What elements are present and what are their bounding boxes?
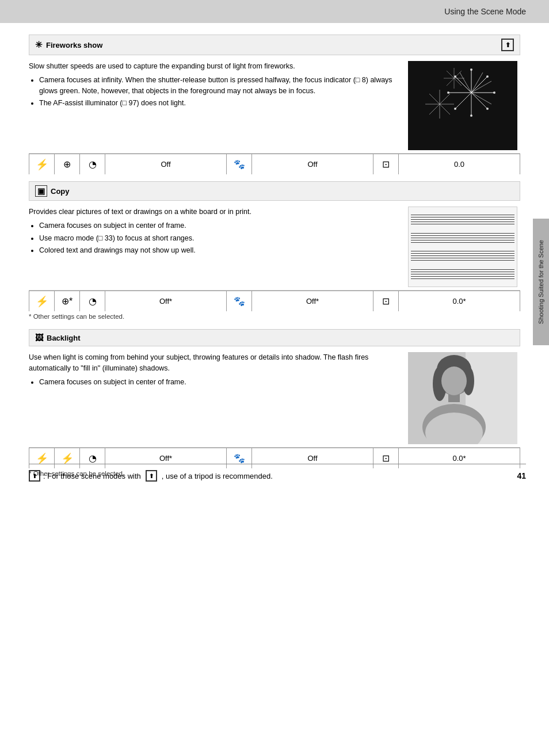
copy-bullet-2: Use macro mode (□ 33) to focus at short …: [39, 233, 399, 244]
copy-setting-off1: Off*: [105, 291, 227, 311]
fireworks-title: Fireworks show: [46, 41, 102, 49]
footer-note-text2: , use of a tripod is recommended.: [162, 472, 273, 480]
copy-image: [405, 207, 520, 287]
fireworks-icon: ✳: [35, 40, 43, 50]
backlight-header: 🖼 Backlight: [29, 329, 520, 346]
tripod-icon-footer2: ⬆: [146, 470, 157, 482]
fireworks-bullets: Camera focuses at infinity. When the shu…: [39, 75, 399, 109]
fireworks-setting-off2: Off: [252, 154, 373, 174]
fireworks-header: ✳ Fireworks show ⬆: [29, 35, 520, 55]
tripod-icon-footer: ⬆: [29, 470, 40, 482]
backlight-image: [405, 352, 520, 444]
copy-bullet-1: Camera focuses on subject in center of f…: [39, 220, 399, 231]
svg-point-45: [441, 366, 467, 395]
copy-text: Provides clear pictures of text or drawi…: [29, 207, 399, 287]
backlight-photo: [408, 352, 517, 444]
fireworks-setting-off1: Off: [105, 154, 227, 174]
svg-point-15: [493, 91, 495, 94]
copy-setting-flash: ⚡: [29, 291, 55, 311]
copy-setting-ev: 0.0*: [399, 291, 520, 311]
fireworks-bullet-1: Camera focuses at infinity. When the shu…: [39, 75, 399, 97]
svg-point-17: [470, 114, 472, 117]
fireworks-setting-nr: 🐾: [227, 154, 252, 174]
backlight-bullets: Camera focuses on subject in center of f…: [39, 377, 399, 388]
fireworks-bullet-2: The AF-assist illuminator (□ 97) does no…: [39, 98, 399, 109]
svg-rect-0: [408, 61, 517, 150]
fireworks-body: Slow shutter speeds are used to capture …: [29, 55, 520, 154]
footer-note-text: : For those scene modes with: [43, 472, 141, 480]
copy-photo: [408, 207, 517, 287]
footer: ⬆ : For those scene modes with ⬆ , use o…: [29, 464, 526, 482]
backlight-body: Use when light is coming from behind you…: [29, 346, 520, 448]
fireworks-setting-selftimer: ◔: [80, 154, 105, 174]
svg-point-19: [447, 91, 449, 94]
fireworks-photo: [408, 61, 517, 150]
copy-settings-row: ⚡ ⊕* ◔ Off* 🐾 Off* ⊡ 0.0*: [29, 291, 520, 311]
copy-setting-selftimer: ◔: [80, 291, 105, 311]
copy-setting-exp: ⊡: [373, 291, 399, 311]
page: Using the Scene Mode Shooting Suited for…: [0, 0, 549, 756]
section-fireworks: ✳ Fireworks show ⬆ Slow shutter speeds a…: [29, 35, 520, 174]
fireworks-setting-ev: 0.0: [399, 154, 520, 174]
section-copy: ▣ Copy Provides clear pictures of text o…: [29, 181, 520, 324]
top-bar: Using the Scene Mode: [0, 0, 549, 23]
fireworks-image: [405, 61, 520, 150]
backlight-title: Backlight: [47, 334, 81, 342]
svg-point-14: [486, 75, 489, 78]
footer-content: ⬆ : For those scene modes with ⬆ , use o…: [29, 470, 273, 482]
copy-bullets: Camera focuses on subject in center of f…: [39, 220, 399, 256]
fireworks-text: Slow shutter speeds are used to capture …: [29, 61, 399, 150]
backlight-bullet-1: Camera focuses on subject in center of f…: [39, 377, 399, 388]
backlight-text: Use when light is coming from behind you…: [29, 352, 399, 444]
page-number: 41: [517, 471, 526, 480]
section-backlight: 🖼 Backlight Use when light is coming fro…: [29, 329, 520, 482]
copy-setting-off2: Off*: [252, 291, 373, 311]
copy-setting-nr: 🐾: [227, 291, 252, 311]
main-content: ✳ Fireworks show ⬆ Slow shutter speeds a…: [0, 23, 549, 493]
svg-point-18: [454, 108, 456, 110]
fireworks-p1: Slow shutter speeds are used to capture …: [29, 61, 399, 72]
page-title: Using the Scene Mode: [444, 7, 526, 16]
fireworks-setting-focus: ⊕: [55, 154, 80, 174]
svg-point-16: [486, 108, 489, 110]
copy-icon: ▣: [35, 185, 47, 197]
fireworks-settings-row: ⚡ ⊕ ◔ Off 🐾 Off ⊡ 0.0: [29, 154, 520, 174]
backlight-icon: 🖼: [35, 333, 43, 342]
fireworks-setting-exp: ⊡: [373, 154, 399, 174]
copy-title: Copy: [51, 187, 70, 196]
copy-bullet-3: Colored text and drawings may not show u…: [39, 245, 399, 256]
svg-point-13: [470, 68, 472, 71]
copy-header: ▣ Copy: [29, 181, 520, 201]
copy-setting-focus: ⊕*: [55, 291, 80, 311]
backlight-p1: Use when light is coming from behind you…: [29, 352, 399, 374]
fireworks-setting-flash: ⚡: [29, 154, 55, 174]
copy-p1: Provides clear pictures of text or drawi…: [29, 207, 399, 217]
tripod-indicator: ⬆: [501, 39, 514, 51]
copy-note: * Other settings can be selected.: [29, 311, 520, 324]
copy-body: Provides clear pictures of text or drawi…: [29, 201, 520, 291]
